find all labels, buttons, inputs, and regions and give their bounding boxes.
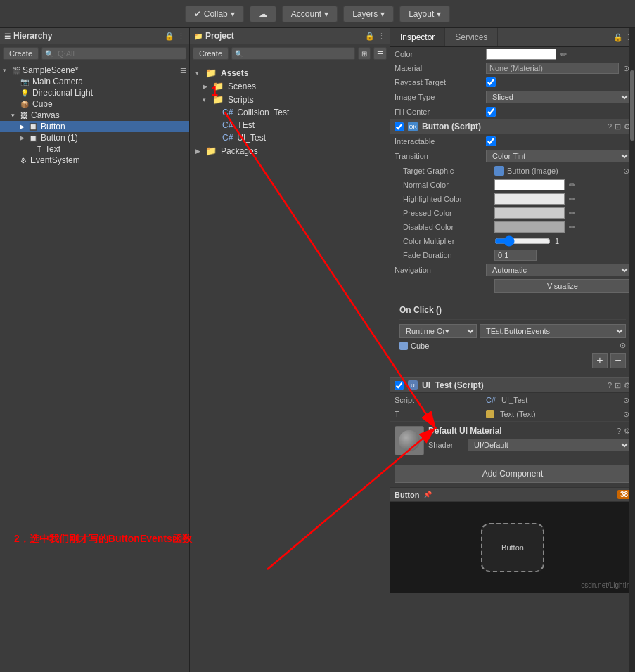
hierarchy-button-1[interactable]: ▶ 🔲 Button (1) [0,132,189,143]
project-create-btn[interactable]: Create [193,47,229,60]
material-sphere [399,430,420,451]
hierarchy-main-camera[interactable]: 📷 Main Camera [0,76,189,87]
onclick-actions: + − [399,353,626,368]
layers-button[interactable]: Layers ▾ [343,6,394,22]
target-graphic-value: Button (Image) [507,167,558,175]
uitest-script-icon: C# [222,133,233,143]
text-icon: T [37,146,41,153]
project-scripts-folder[interactable]: ▾ 📁 Scripts [193,93,387,106]
project-search-input[interactable] [243,48,352,59]
project-menu-btn[interactable]: ⋮ [378,32,385,41]
services-tab[interactable]: Services [445,28,498,46]
pressed-color-row: Pressed Color ✏ [390,206,635,220]
visualize-btn[interactable]: Visualize [494,279,631,293]
onclick-func-select[interactable]: TEst.ButtonEvents [480,324,626,338]
hierarchy-lock-btn[interactable]: 🔒 [165,32,174,41]
interactable-label: Interactable [395,137,486,146]
hierarchy-text[interactable]: T Text [0,143,189,155]
transition-select[interactable]: Color Tint [486,150,631,162]
navigation-select[interactable]: Automatic [486,264,631,276]
hierarchy-item-label: Main Camera [32,77,83,86]
project-uitest-script[interactable]: C# UI_Test [193,131,387,144]
onclick-obj-pick-btn[interactable]: ⊙ [620,341,626,350]
interactable-checkbox[interactable] [486,136,496,146]
normal-color-swatch[interactable] [494,179,565,190]
pressed-color-label: Pressed Color [403,209,494,217]
inspector-tab[interactable]: Inspector [390,28,445,46]
color-label: Color [395,50,486,58]
default-material-name: Default UI Material [428,426,614,436]
button-script-collapse-btn[interactable]: ⊡ [615,122,621,131]
assets-arrow: ▾ [195,70,203,77]
pressed-color-pick-btn[interactable]: ✏ [567,209,577,218]
checkmark-icon: ✔ [194,9,201,19]
color-swatch[interactable] [486,49,556,60]
color-pick-btn[interactable]: ✏ [559,50,568,59]
highlighted-color-pick-btn[interactable]: ✏ [567,195,577,204]
layout-button[interactable]: Layout ▾ [399,6,450,22]
assets-folder-icon: 📁 [205,67,217,78]
uitest-script-icon: U [408,380,418,390]
hierarchy-directional-light[interactable]: 💡 Directional Light [0,87,189,98]
hierarchy-menu-btn[interactable]: ⋮ [177,32,185,41]
inspector-scrollbar[interactable] [629,28,635,672]
onclick-remove-btn[interactable]: − [610,353,626,368]
hierarchy-canvas[interactable]: ▾ 🖼 Canvas [0,110,189,121]
hierarchy-eventsystem[interactable]: ⚙ EventSystem [0,155,189,166]
project-lock-btn[interactable]: 🔒 [365,32,375,41]
button-script-checkbox[interactable] [395,122,404,131]
preview-button-shape: Button [481,523,544,572]
uitest-collapse-btn[interactable]: ⊡ [615,381,621,390]
disabled-color-swatch[interactable] [494,221,565,233]
image-type-select[interactable]: Sliced [486,91,631,103]
inspector-scroll-thumb[interactable] [630,70,634,141]
hierarchy-search-input[interactable] [53,48,183,59]
collab-button[interactable]: ✔ Collab ▾ [185,6,244,22]
project-scenes-folder[interactable]: ▶ 📁 Scenes [193,79,387,93]
project-packages-folder[interactable]: ▶ 📁 Packages [193,144,387,157]
inspector-lock-btn[interactable]: 🔒 [613,33,623,42]
onclick-add-btn[interactable]: + [592,353,608,368]
cloud-button[interactable]: ☁ [250,6,276,22]
scene-name: SampleScene* [23,65,78,75]
project-assets-folder[interactable]: ▾ 📁 Assets [193,66,387,79]
fill-center-checkbox[interactable] [486,107,496,117]
project-search-icon: 🔍 [235,50,243,58]
onclick-runtime-select[interactable]: Runtime Or▾ [399,324,477,338]
color-multiplier-slider[interactable] [494,235,551,247]
t-row: T Text (Text) ⊙ [390,407,635,421]
target-graphic-label: Target Graphic [403,167,494,175]
scenes-folder-label: Scenes [228,82,256,91]
cloud-icon: ☁ [259,9,267,19]
raycast-checkbox[interactable] [486,77,496,87]
hierarchy-create-btn[interactable]: Create [3,47,39,60]
hierarchy-scene-root[interactable]: ▾ 🎬 SampleScene* ☰ [0,65,189,76]
highlighted-color-swatch[interactable] [494,193,565,205]
visualize-row: Visualize [390,278,635,295]
onclick-obj-label: Cube [411,342,617,350]
shader-select[interactable]: UI/Default [468,439,631,451]
project-view-btn1[interactable]: ⊞ [358,47,371,60]
uitest-checkbox[interactable] [395,381,404,390]
project-test-script[interactable]: C# TEst [193,119,387,131]
navigation-row: Navigation Automatic [390,262,635,278]
fade-duration-input[interactable] [494,250,537,261]
t-value: Text (Text) [500,410,619,418]
project-icon: 📁 [194,32,203,40]
button-script-help-btn[interactable]: ? [608,122,612,131]
pressed-color-swatch[interactable] [494,207,565,219]
fill-center-row: Fill Center [390,105,635,119]
material-help-btn[interactable]: ? [617,427,621,436]
account-arrow: ▾ [324,9,328,19]
account-button[interactable]: Account ▾ [282,6,338,22]
disabled-color-pick-btn[interactable]: ✏ [567,223,577,232]
project-title: Project [205,31,234,41]
hierarchy-cube[interactable]: 📦 Cube [0,98,189,110]
uitest-help-btn[interactable]: ? [608,381,612,390]
hierarchy-button[interactable]: ▶ 🔲 Button [0,121,189,132]
project-collision-test[interactable]: C# Collision_Test [193,106,387,119]
normal-color-pick-btn[interactable]: ✏ [567,181,577,190]
hierarchy-icon: ☰ [4,32,11,40]
project-view-btn2[interactable]: ☰ [373,47,387,60]
add-component-btn[interactable]: Add Component [395,465,631,483]
